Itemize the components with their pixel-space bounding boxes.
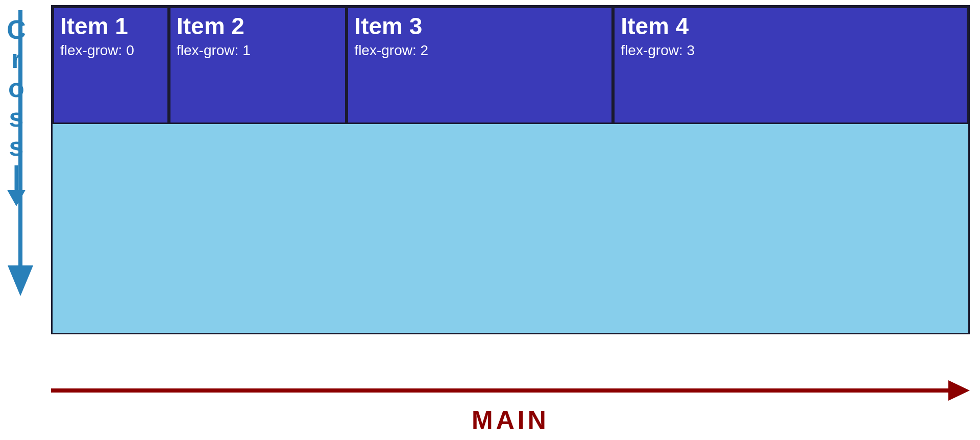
item-4-title: Item 4 <box>621 13 961 39</box>
item-3-title: Item 3 <box>354 13 605 39</box>
item-2-subtitle: flex-grow: 1 <box>177 41 339 60</box>
item-1-title: Item 1 <box>60 13 161 39</box>
main-axis-label: MAIN <box>472 405 549 435</box>
svg-marker-5 <box>948 380 970 401</box>
flex-item-1: Item 1 flex-grow: 0 <box>53 7 169 124</box>
cross-axis-s2: s <box>9 132 24 161</box>
flex-item-4: Item 4 flex-grow: 3 <box>613 7 968 124</box>
cross-axis-c: C <box>7 15 26 44</box>
cross-axis-r: r <box>11 44 21 74</box>
item-3-subtitle: flex-grow: 2 <box>354 41 605 60</box>
item-1-subtitle: flex-grow: 0 <box>60 41 161 60</box>
cross-axis-down-arrow-icon <box>6 165 27 206</box>
svg-marker-1 <box>8 265 33 296</box>
cross-axis-text-group: C r o s s <box>6 15 27 206</box>
flex-container: Item 1 flex-grow: 0 Item 2 flex-grow: 1 … <box>51 5 970 334</box>
item-4-subtitle: flex-grow: 3 <box>621 41 961 60</box>
item-2-title: Item 2 <box>177 13 339 39</box>
main-axis-group: MAIN <box>51 378 970 435</box>
page-wrapper: C r o s s Item 1 flex-grow: 0 Item 2 fle… <box>0 0 980 440</box>
cross-axis-s1: s <box>9 103 24 132</box>
cross-axis-o: o <box>8 74 24 103</box>
svg-marker-3 <box>7 190 26 206</box>
flex-item-3: Item 3 flex-grow: 2 <box>347 7 613 124</box>
main-axis-arrow-icon <box>51 378 970 403</box>
flex-item-2: Item 2 flex-grow: 1 <box>169 7 347 124</box>
